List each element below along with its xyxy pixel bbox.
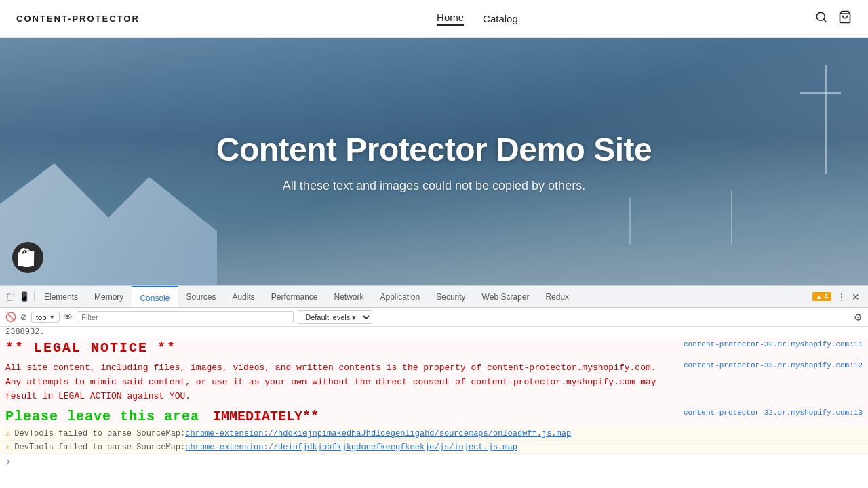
nav-logo: CONTENT-PROTECTOR <box>16 14 140 24</box>
block-icon[interactable]: ⊘ <box>20 312 27 322</box>
nav-home-link[interactable]: Home <box>437 12 464 26</box>
console-legal-notice-line: ** LEGAL NOTICE ** content-protector-32.… <box>0 338 868 359</box>
warning-link-2[interactable]: chrome-extension://deinfjdkjobfkjkgdonef… <box>185 443 517 452</box>
warning-line-1: ⚠ DevTools failed to parse SourceMap: ch… <box>0 427 868 441</box>
tab-audits[interactable]: Audits <box>224 286 262 308</box>
immediately-text: IMMEDIATELY** <box>213 409 319 424</box>
legal-body-text: All site content, including files, image… <box>5 361 670 403</box>
close-devtools-icon[interactable]: ✕ <box>852 291 860 302</box>
shopify-badge <box>12 242 43 273</box>
chevron-down-icon: ▼ <box>49 314 55 321</box>
nav-links: Home Catalog <box>437 12 518 26</box>
tab-application[interactable]: Application <box>372 286 429 308</box>
device-icon[interactable]: 📱 <box>19 291 30 302</box>
hero-subtitle: All these text and images could not be c… <box>283 179 585 193</box>
tab-web-scraper[interactable]: Web Scraper <box>474 286 538 308</box>
nav-catalog-link[interactable]: Catalog <box>483 13 518 24</box>
clear-console-icon[interactable]: 🚫 <box>5 312 16 322</box>
console-source-1[interactable]: content-protector-32.or.myshopify.com:11 <box>684 340 863 348</box>
devtools-panel: ⬚ 📱 Elements Memory Console Sources Audi… <box>0 285 868 488</box>
nav-icons <box>815 10 852 27</box>
tab-console[interactable]: Console <box>132 286 178 308</box>
console-toolbar: 🚫 ⊘ top ▼ 👁 Default levels ▾ ⚙ <box>0 308 868 327</box>
context-label: top <box>36 313 46 321</box>
navbar: CONTENT-PROTECTOR Home Catalog <box>0 0 868 38</box>
warning-link-1[interactable]: chrome-extension://hdokiejnpimakedhaJhdl… <box>185 429 571 439</box>
console-source-3[interactable]: content-protector-32.or.myshopify.com:13 <box>684 409 863 417</box>
warning-badge: ▲ 4 <box>812 292 831 301</box>
more-options-icon[interactable]: ⋮ <box>837 291 846 302</box>
tab-network[interactable]: Network <box>326 286 372 308</box>
warning-icon-2: ⚠ <box>5 442 10 452</box>
warning-text-2: DevTools failed to parse SourceMap: <box>14 443 185 452</box>
console-legal-body-line: All site content, including files, image… <box>0 359 868 406</box>
tab-elements[interactable]: Elements <box>36 286 86 308</box>
overflow-text-line: 2388932. <box>0 327 868 338</box>
search-icon[interactable] <box>815 11 827 26</box>
eye-icon[interactable]: 👁 <box>64 312 73 322</box>
tab-sources[interactable]: Sources <box>178 286 224 308</box>
legal-notice-text: ** LEGAL NOTICE ** <box>5 340 176 356</box>
warning-text-1: DevTools failed to parse SourceMap: <box>14 429 185 439</box>
warning-icon-1: ⚠ <box>5 428 10 439</box>
settings-icon[interactable]: ⚙ <box>854 312 863 323</box>
console-please-leave-line: Please leave this area IMMEDIATELY** con… <box>0 406 868 427</box>
inspect-icon[interactable]: ⬚ <box>7 291 15 302</box>
hero-section: Content Protector Demo Site All these te… <box>0 38 868 285</box>
devtools-tabbar: ⬚ 📱 Elements Memory Console Sources Audi… <box>0 286 868 308</box>
hero-title: Content Protector Demo Site <box>216 131 652 168</box>
console-source-2[interactable]: content-protector-32.or.myshopify.com:12 <box>684 361 863 369</box>
console-output[interactable]: 2388932. ** LEGAL NOTICE ** content-prot… <box>0 327 868 488</box>
please-leave-text: Please leave this area <box>5 409 199 424</box>
console-prompt-icon: › <box>5 456 11 467</box>
tab-performance[interactable]: Performance <box>263 286 326 308</box>
svg-line-1 <box>823 19 825 21</box>
cart-icon[interactable] <box>838 10 852 27</box>
tab-memory[interactable]: Memory <box>86 286 132 308</box>
tab-redux[interactable]: Redux <box>537 286 577 308</box>
warning-line-2: ⚠ DevTools failed to parse SourceMap: ch… <box>0 441 868 454</box>
filter-input[interactable] <box>77 311 294 323</box>
log-levels-select[interactable]: Default levels ▾ <box>298 310 372 324</box>
tab-security[interactable]: Security <box>428 286 473 308</box>
context-selector[interactable]: top ▼ <box>31 312 60 323</box>
console-input-line: › <box>0 454 868 469</box>
